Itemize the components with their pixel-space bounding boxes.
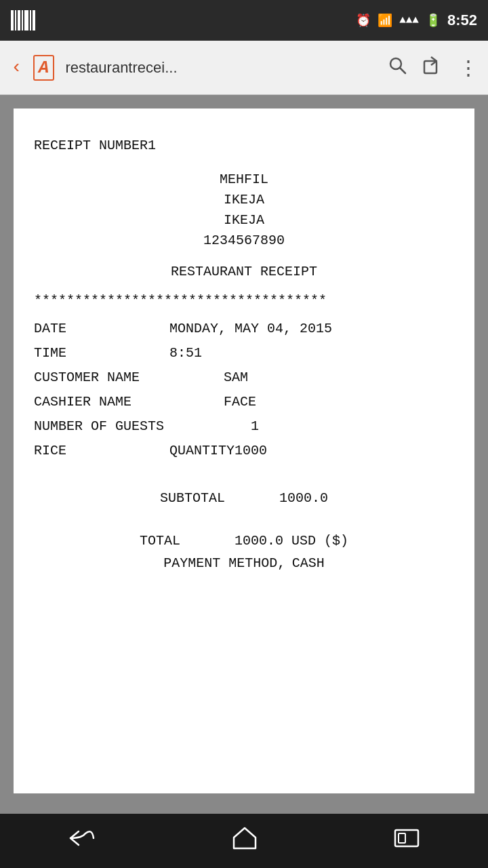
svg-marker-3 [234,828,256,848]
battery-icon: 🔋 [426,13,441,28]
receipt-info: DATE MONDAY, MAY 04, 2015 TIME 8:51 CUST… [34,317,454,463]
search-icon[interactable] [388,56,407,80]
payment-label: PAYMENT METHOD, [163,555,285,571]
cashier-value: FACE [224,390,256,414]
restaurant-city1: IKEJA [34,190,454,210]
payment-value: CASH [292,555,325,571]
divider-top: ************************************ [34,293,454,309]
item-qty: QUANTITY [169,439,235,463]
barcode-icon [11,10,35,31]
more-menu-icon[interactable]: ⋮ [458,62,477,73]
nav-recent-button[interactable] [394,829,420,854]
item-label: RICE [34,439,169,463]
time-label: TIME [34,341,169,366]
wifi-icon: 📶 [378,13,392,28]
app-logo: A [33,55,55,81]
document-title: restaurantrecei... [65,59,377,77]
status-icons: ⏰ 📶 ▲▲▲ 🔋 8:52 [356,12,477,29]
cashier-label: CASHIER NAME [34,390,224,414]
toolbar: ‹ A restaurantrecei... ⋮ [0,41,488,95]
customer-value: SAM [224,366,248,390]
subtotal-section: SUBTOTAL 1000.0 [34,490,454,506]
nav-home-button[interactable] [232,827,257,856]
svg-rect-5 [399,833,405,843]
receipt-number: RECEIPT NUMBER1 [34,136,454,156]
back-button[interactable]: ‹ [11,57,22,78]
total-value: 1000.0 USD ($) [235,533,348,549]
subtotal-value: 1000.0 [279,490,328,506]
subtotal-label: SUBTOTAL [160,490,225,506]
bottom-nav [0,814,488,868]
restaurant-city2: IKEJA [34,210,454,231]
document-area: RECEIPT NUMBER1 MEHFIL IKEJA IKEJA 12345… [0,95,488,814]
total-label: TOTAL [140,533,180,549]
nav-back-button[interactable] [68,828,96,854]
restaurant-phone: 1234567890 [34,231,454,251]
clock-icon: ⏰ [356,13,371,28]
customer-label: CUSTOMER NAME [34,366,224,390]
share-icon[interactable] [423,56,442,80]
receipt-title: RESTAURANT RECEIPT [34,262,454,282]
receipt-paper: RECEIPT NUMBER1 MEHFIL IKEJA IKEJA 12345… [14,108,474,793]
payment-section: PAYMENT METHOD, CASH [34,555,454,571]
time-value: 8:51 [169,341,202,366]
date-label: DATE [34,317,169,341]
guests-value: 1 [251,414,259,439]
status-bar: ⏰ 📶 ▲▲▲ 🔋 8:52 [0,0,488,41]
total-section: TOTAL 1000.0 USD ($) [34,533,454,549]
status-time: 8:52 [447,12,477,29]
item-price: 1000 [235,439,267,463]
date-value: MONDAY, MAY 04, 2015 [169,317,332,341]
guests-label: NUMBER OF GUESTS [34,414,251,439]
svg-line-1 [400,68,405,73]
restaurant-header: MEHFIL IKEJA IKEJA 1234567890 [34,170,454,251]
toolbar-icons: ⋮ [388,56,477,80]
signal-icon: ▲▲▲ [399,14,419,26]
restaurant-name: MEHFIL [34,170,454,190]
